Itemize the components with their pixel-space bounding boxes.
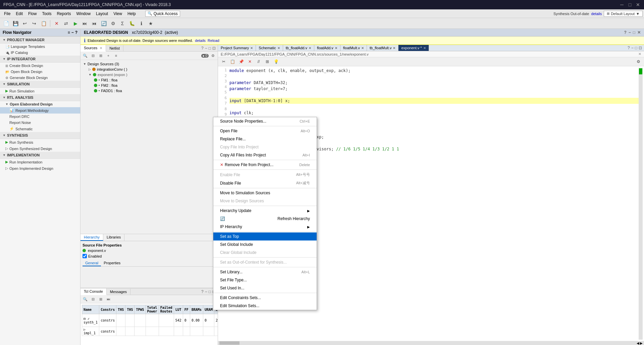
menu-layout[interactable]: Layout [93, 11, 111, 17]
nav-language-templates[interactable]: 📑 Language Templates [0, 44, 80, 50]
source-enabled-checkbox[interactable] [83, 254, 87, 258]
table-row[interactable]: ▷ impl_1 constrs [82, 327, 218, 336]
ed-bulb[interactable]: 💡 [272, 58, 280, 65]
sum-button[interactable]: Σ [118, 19, 126, 27]
flow-nav-icon1[interactable]: ≡ [68, 30, 70, 35]
tab-tcl-console[interactable]: Tcl Console [80, 288, 107, 295]
horizontal-scrollbar[interactable]: ◀ ▶ [218, 341, 644, 345]
elab-close-icon[interactable]: ✕ [637, 30, 641, 35]
project-manager-header[interactable]: ▼ PROJECT MANAGER [0, 37, 80, 44]
tree-fadd1[interactable]: • FADD1 : floa [80, 88, 218, 93]
table-row[interactable]: ⊟ ✓ synth_1 constrs 542 0 0.00 [82, 314, 218, 327]
ed-settings[interactable]: ⚙ [635, 58, 642, 65]
nav-run-synthesis[interactable]: ▶ Run Synthesis [0, 139, 80, 145]
nav-run-implementation[interactable]: ▶ Run Implementation [0, 159, 80, 165]
scrollbar-right[interactable] [639, 68, 643, 340]
nav-report-methodology[interactable]: 📊 Report Methodology [0, 107, 80, 114]
ctx-move-to-sim[interactable]: Move to Simulation Sources [213, 189, 317, 197]
layout-button[interactable]: ⊞ Default Layout ▼ [604, 11, 643, 17]
nav-create-block-design[interactable]: ⊞ Create Block Design [0, 63, 80, 69]
nav-open-block-design[interactable]: 📂 Open Block Design [0, 69, 80, 75]
tab-exponent[interactable]: exponent.v * ✕ [398, 45, 429, 51]
tcl-collapse-btn[interactable]: ⊟ [90, 296, 96, 302]
editor-help-icon[interactable]: ? [628, 46, 630, 50]
ctx-edit-constraints-sets[interactable]: Edit Constraints Sets... [213, 294, 317, 302]
ip-integrator-header[interactable]: ▼ IP INTEGRATOR [0, 56, 80, 63]
ctx-disable-file[interactable]: Disable File Alt+减号 [213, 179, 317, 187]
nav-schematic[interactable]: ⚡ Schematic [0, 126, 80, 132]
undo-button[interactable]: ↩ [21, 19, 29, 27]
tcl-max-icon[interactable]: □ [209, 289, 211, 294]
tcl-help-icon[interactable]: ? [201, 289, 204, 294]
step-button[interactable]: ⏭ [81, 19, 89, 27]
tree-exponent[interactable]: ▼ exponent (expon ) [80, 72, 218, 77]
elab-help-icon[interactable]: ? [624, 30, 626, 35]
elab-max-icon[interactable]: □ [633, 30, 635, 35]
nav-report-noise[interactable]: Report Noise [0, 120, 80, 126]
tbfm-tab-close[interactable]: ✕ [393, 46, 395, 50]
ctx-set-used-in[interactable]: Set Used In... [213, 284, 317, 292]
sources-search-btn[interactable]: 🔍 [82, 52, 89, 59]
fa-tab-close[interactable]: ✕ [335, 46, 337, 50]
ed-delete[interactable]: ✕ [246, 58, 254, 65]
ctx-set-library[interactable]: Set Library... Alt+L [213, 268, 317, 276]
tree-design-sources[interactable]: ▼ Design Sources (3) [80, 61, 218, 67]
sources-collapse-btn[interactable]: ⊟ [90, 52, 96, 59]
debug-button[interactable]: 🐛 [128, 19, 136, 27]
menu-edit[interactable]: Edit [13, 11, 25, 17]
tab-floatmult[interactable]: floatMult.v ✕ [340, 45, 367, 51]
rtl-analysis-header[interactable]: ▼ RTL ANALYSIS [0, 94, 80, 101]
info-details-link[interactable]: details [195, 39, 206, 43]
sources-help-icon[interactable]: ? [201, 46, 204, 51]
menu-help[interactable]: Help [125, 11, 139, 17]
ctx-hierarchy-update[interactable]: Hierarchy Update ▶ [213, 207, 317, 215]
tree-integrationconv[interactable]: ▷ integrationConv ( ) [80, 67, 218, 72]
ctx-set-file-type[interactable]: Set File Type... [213, 276, 317, 284]
tab-netlist[interactable]: Netlist [106, 45, 123, 51]
file-path-close[interactable]: ✕ [638, 52, 641, 56]
tab-libraries[interactable]: Libraries [103, 234, 124, 241]
sources-props-btn[interactable]: ≡ [113, 52, 119, 59]
star-button[interactable]: ★ [147, 19, 155, 27]
tree-fm1[interactable]: • FM1 : floa [80, 77, 218, 83]
editor-max-icon[interactable]: □ [635, 46, 637, 50]
props-tab-properties[interactable]: Properties [101, 260, 123, 266]
details-link[interactable]: details [591, 12, 602, 16]
tcl-min-icon[interactable]: − [205, 289, 207, 294]
tcl-search-btn[interactable]: 🔍 [82, 296, 89, 302]
ed-comment[interactable]: // [255, 58, 262, 65]
nav-run-simulation[interactable]: ▶ Run Simulation [0, 88, 80, 94]
ed-indent[interactable]: ⊞ [264, 58, 271, 65]
close-button[interactable]: ✕ [635, 2, 641, 7]
reset-button[interactable]: 🔄 [100, 19, 108, 27]
ctx-open-file[interactable]: Open File Alt+O [213, 127, 317, 135]
ctx-set-as-top[interactable]: Set as Top [213, 232, 317, 240]
compare-button[interactable]: ⇄ [62, 19, 70, 27]
exp-tab-close[interactable]: ✕ [423, 46, 426, 50]
ctx-replace-file[interactable]: Replace File... [213, 135, 317, 143]
nav-open-implemented-design[interactable]: ▷ Open Implemented Design [0, 165, 80, 171]
sch-tab-close[interactable]: ✕ [277, 46, 280, 50]
ctx-remove-file[interactable]: ✕ Remove File from Project... Delete [213, 161, 317, 169]
tcl-step-btn[interactable]: ⏭ [105, 296, 112, 302]
tab-project-summary[interactable]: Project Summary ✕ [218, 45, 256, 51]
ed-paste[interactable]: 📌 [237, 58, 245, 65]
sources-tab-close[interactable]: ✕ [100, 46, 102, 50]
new-button[interactable]: 📄 [2, 19, 10, 27]
scroll-right-icon[interactable]: ▶ [640, 341, 643, 345]
minimize-button[interactable]: ─ [619, 2, 625, 7]
tcl-expand-btn[interactable]: ⊞ [97, 296, 104, 302]
ctx-copy-all-files[interactable]: Copy All Files Into Project Alt+I [213, 151, 317, 159]
step-back-button[interactable]: ⏮ [90, 19, 98, 27]
ed-cut[interactable]: ✂ [220, 58, 227, 65]
editor-fullscreen-icon[interactable]: ⊡ [639, 46, 642, 50]
tab-tb-floatadd[interactable]: tb_floatAdd.v ✕ [283, 45, 314, 51]
info-reload-link[interactable]: Reload [208, 39, 219, 43]
save-button[interactable]: 💾 [11, 19, 19, 27]
flow-nav-icon2[interactable]: − [71, 30, 74, 35]
ed-copy[interactable]: 📋 [229, 58, 236, 65]
synthesis-header[interactable]: ▼ SYNTHESIS [0, 132, 80, 139]
quick-access-bar[interactable]: 🔍 Quick Access [145, 11, 180, 17]
nav-open-elaborated-design[interactable]: ▼ Open Elaborated Design [0, 101, 80, 107]
menu-view[interactable]: View [111, 11, 125, 17]
